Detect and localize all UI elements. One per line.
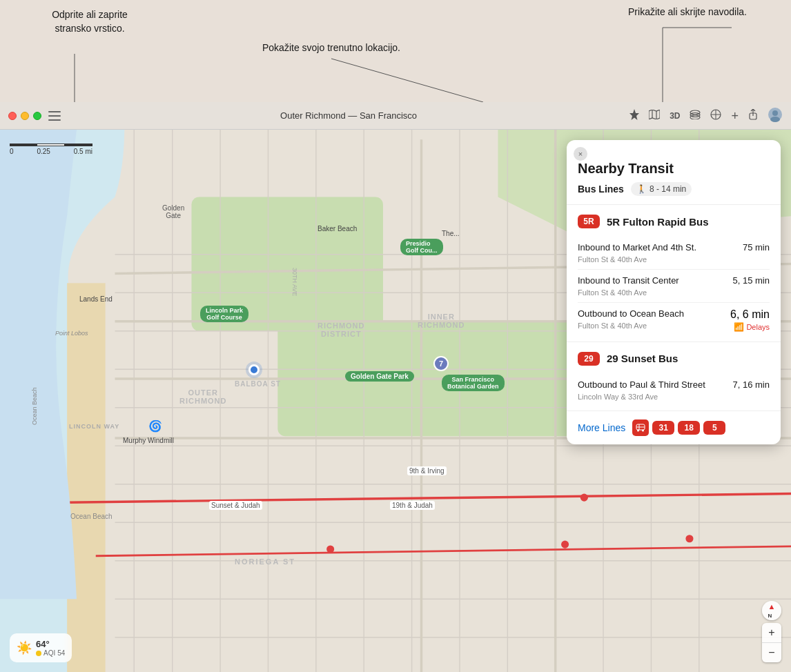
route-direction-5r-3: Outbound to Ocean Beach — [578, 308, 730, 320]
compass-north: ▲N — [768, 602, 776, 619]
share-icon[interactable] — [748, 109, 758, 122]
bus-header-29[interactable]: 29 29 Sunset Bus — [578, 352, 770, 366]
map-container[interactable]: GoldenGate Baker Beach PresidioGolf Cou.… — [0, 130, 791, 672]
scale-05: 0.5 mi — [74, 148, 92, 155]
route-info-5r-2: Inbound to Transit Center Fulton St & 40… — [578, 275, 726, 297]
windmill-icon: 🌀 — [148, 419, 162, 433]
zoom-controls: + − — [762, 623, 781, 662]
more-badge-31: 31 — [652, 421, 674, 435]
threed-button[interactable]: 3D — [670, 111, 680, 121]
scale-025: 0.25 — [37, 148, 50, 155]
aqi-indicator — [36, 651, 41, 656]
route-stop-5r-1: Fulton St & 40th Ave — [578, 255, 736, 264]
route-item-29-1[interactable]: Outbound to Paul & Third Street Lincoln … — [578, 374, 770, 406]
panel-title: Nearby Transit — [578, 161, 770, 177]
scale-labels: 0 0.25 0.5 mi — [10, 148, 92, 155]
map-icon[interactable] — [649, 110, 660, 121]
svg-point-55 — [561, 541, 569, 549]
zoom-out-button[interactable]: − — [762, 643, 781, 662]
titlebar: Outer Richmond — San Francisco 3D + — [0, 102, 791, 130]
route-time-5r-2: 5, 15 min — [733, 275, 770, 286]
titlebar-title: Outer Richmond — San Francisco — [68, 110, 629, 121]
zoom-in-button[interactable]: + — [762, 623, 781, 642]
compass-button[interactable]: ▲N — [762, 601, 781, 620]
lincoln-park-label: Lincoln ParkGolf Course — [200, 306, 248, 322]
route-info-29-1: Outbound to Paul & Third Street Lincoln … — [578, 379, 726, 401]
panel-close-button[interactable]: × — [574, 147, 587, 161]
walk-time-badge[interactable]: 🚶 8 - 14 min — [631, 182, 692, 196]
scale-line — [10, 144, 92, 146]
route-item-5r-1[interactable]: Inbound to Market And 4th St. Fulton St … — [578, 237, 770, 270]
bus-number-circle: 7 — [433, 356, 449, 371]
titlebar-actions: 3D + — [629, 107, 783, 124]
svg-point-54 — [326, 545, 334, 553]
aqi-label: AQI — [43, 649, 55, 657]
route-stop-5r-3: Fulton St & 40th Ave — [578, 322, 730, 330]
guides-icon[interactable] — [710, 109, 721, 122]
route-info-5r-3: Outbound to Ocean Beach Fulton St & 40th… — [578, 308, 730, 330]
bus-section-29: 29 29 Sunset Bus Outbound to Paul & Thir… — [567, 342, 781, 411]
annotation-lines — [0, 0, 791, 102]
golden-gate-park-label: Golden Gate Park — [345, 371, 414, 382]
sidebar-toggle-button[interactable] — [48, 111, 61, 121]
route-direction-29-1: Outbound to Paul & Third Street — [578, 379, 726, 391]
temperature-display: 64° — [36, 639, 65, 649]
bus-name-29: 29 Sunset Bus — [607, 353, 678, 364]
route-time-5r-1: 75 min — [743, 242, 770, 253]
maximize-button[interactable] — [33, 112, 41, 120]
panel-subtitle-row: Bus Lines 🚶 8 - 14 min — [578, 182, 770, 196]
more-badge-18: 18 — [678, 421, 700, 435]
weather-widget: ☀️ 64° AQI 54 — [10, 633, 72, 662]
svg-point-53 — [580, 494, 588, 502]
delay-icon: 📶 — [734, 322, 744, 332]
more-lines-link[interactable]: More Lines — [578, 422, 625, 433]
avatar-icon[interactable] — [768, 107, 783, 124]
annotations: Odprite ali zaprite stransko vrstico. Po… — [0, 0, 791, 102]
svg-point-56 — [685, 535, 693, 542]
route-time-value-5r-3: 6, 6 min — [730, 308, 770, 321]
location-icon[interactable] — [629, 109, 639, 122]
bus-name-5r: 5R Fulton Rapid Bus — [607, 216, 709, 228]
route-item-5r-2[interactable]: Inbound to Transit Center Fulton St & 40… — [578, 270, 770, 303]
sf-botanical-label: San FranciscoBotanical Garden — [442, 375, 505, 391]
route-time-5r-3: 6, 6 min 📶 Delays — [730, 308, 770, 332]
aqi-value: 54 — [57, 649, 65, 657]
bus-lines-label: Bus Lines — [578, 184, 624, 195]
traffic-lights — [8, 112, 41, 120]
delay-text: Delays — [746, 323, 770, 331]
svg-point-14 — [772, 110, 778, 116]
bus-header-5r[interactable]: 5R 5R Fulton Rapid Bus — [578, 215, 770, 228]
sidebar-annotation: Odprite ali zaprite stransko vrstico. — [35, 8, 145, 35]
current-location-dot — [248, 364, 260, 375]
svg-point-15 — [770, 117, 780, 122]
route-stop-5r-2: Fulton St & 40th Ave — [578, 288, 726, 297]
bus-badge-29: 29 — [578, 352, 600, 366]
delay-badge-5r-3: 📶 Delays — [734, 322, 770, 332]
add-button[interactable]: + — [731, 110, 739, 122]
scale-0: 0 — [10, 148, 14, 155]
route-item-5r-3[interactable]: Outbound to Ocean Beach Fulton St & 40th… — [578, 303, 770, 337]
route-direction-5r-2: Inbound to Transit Center — [578, 275, 726, 287]
svg-point-59 — [642, 429, 644, 431]
route-info-5r-1: Inbound to Market And 4th St. Fulton St … — [578, 242, 736, 264]
walk-icon: 🚶 — [636, 184, 647, 194]
close-button[interactable] — [8, 112, 17, 120]
panel-header: Nearby Transit Bus Lines 🚶 8 - 14 min — [567, 140, 781, 205]
bus-section-5r: 5R 5R Fulton Rapid Bus Inbound to Market… — [567, 205, 781, 342]
more-badge-5: 5 — [703, 421, 725, 435]
layers-icon[interactable] — [690, 110, 701, 121]
route-time-29-1: 7, 16 min — [733, 379, 770, 390]
minimize-button[interactable] — [21, 112, 29, 120]
svg-rect-20 — [67, 283, 105, 672]
panel-content[interactable]: 5R 5R Fulton Rapid Bus Inbound to Market… — [567, 205, 781, 444]
map-controls: ▲N + − — [762, 601, 781, 662]
route-direction-5r-1: Inbound to Market And 4th St. — [578, 242, 736, 254]
walk-time-text: 8 - 14 min — [650, 184, 686, 194]
route-stop-29-1: Lincoln Way & 33rd Ave — [578, 393, 726, 401]
svg-line-1 — [331, 59, 483, 102]
presidio-label: PresidioGolf Cou... — [400, 239, 443, 255]
more-lines-row: More Lines 31 18 5 — [567, 411, 781, 444]
location-annotation: Pokažite svojo trenutno lokacijo. — [255, 41, 407, 55]
weather-icon: ☀️ — [17, 640, 32, 655]
transit-panel: × Nearby Transit Bus Lines 🚶 8 - 14 min … — [567, 140, 781, 444]
